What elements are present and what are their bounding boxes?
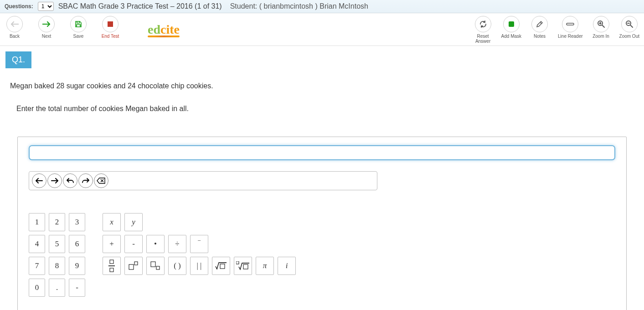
key-plus[interactable]: + xyxy=(103,235,121,253)
question-badge: Q1. xyxy=(5,51,31,68)
key-5[interactable]: 5 xyxy=(49,235,65,253)
question-selector[interactable]: 1 xyxy=(38,2,54,11)
test-title: SBAC Math Grade 3 Practice Test – 2016 (… xyxy=(58,2,222,10)
svg-rect-5 xyxy=(110,260,113,264)
key-subscript[interactable] xyxy=(146,257,165,275)
fraction-icon xyxy=(108,259,116,272)
end-test-button[interactable]: End Test xyxy=(100,16,120,39)
key-sqrt[interactable] xyxy=(212,257,230,275)
svg-rect-14 xyxy=(243,264,248,269)
add-mask-button[interactable]: Add Mask xyxy=(501,16,521,39)
arrow-left-icon xyxy=(10,21,19,27)
svg-rect-13 xyxy=(236,261,239,264)
question-line-2: Enter the total number of cookies Megan … xyxy=(16,105,634,113)
arrow-right-icon xyxy=(42,21,51,27)
svg-rect-8 xyxy=(129,264,134,269)
number-keypad: 1 2 3 4 5 6 7 8 9 0 . - xyxy=(29,213,85,297)
key-minus[interactable]: - xyxy=(124,235,143,253)
exponent-icon xyxy=(129,261,139,270)
refresh-icon xyxy=(479,20,487,28)
redo-button[interactable] xyxy=(78,173,93,188)
question-body: Megan baked 28 sugar cookies and 24 choc… xyxy=(0,68,644,137)
key-nroot[interactable] xyxy=(234,257,252,275)
sqrt-icon xyxy=(215,262,227,270)
key-8[interactable]: 8 xyxy=(49,257,65,275)
svg-rect-9 xyxy=(134,262,138,265)
backspace-icon xyxy=(97,178,106,184)
key-7[interactable]: 7 xyxy=(29,257,45,275)
svg-rect-11 xyxy=(156,266,160,269)
arrow-right-icon xyxy=(51,178,58,183)
undo-icon xyxy=(67,178,74,184)
back-button[interactable]: Back xyxy=(5,16,25,39)
line-reader-icon xyxy=(566,22,574,26)
questions-label: Questions: xyxy=(5,3,33,10)
reset-answer-label: ResetAnswer xyxy=(475,34,490,44)
subscript-icon xyxy=(150,261,160,270)
key-exponent[interactable] xyxy=(124,257,143,275)
save-icon xyxy=(75,20,82,28)
pencil-icon xyxy=(536,20,543,28)
key-neg[interactable]: - xyxy=(69,279,85,297)
svg-rect-7 xyxy=(110,268,113,272)
operator-keypad: x y + - • ÷ − ( ) | | xyxy=(103,213,296,275)
header-bar: Questions: 1 SBAC Math Grade 3 Practice … xyxy=(0,0,644,13)
save-button[interactable]: Save xyxy=(68,16,88,39)
key-fraction[interactable] xyxy=(103,257,121,275)
key-6[interactable]: 6 xyxy=(69,235,85,253)
notes-button[interactable]: Notes xyxy=(530,16,550,39)
stop-icon xyxy=(107,21,113,27)
edit-controls xyxy=(29,171,377,190)
mask-icon xyxy=(508,20,515,28)
answer-panel: 1 2 3 4 5 6 7 8 9 0 . - x y + - • ÷ − xyxy=(17,137,627,310)
key-paren[interactable]: ( ) xyxy=(168,257,186,275)
zoom-out-button[interactable]: Zoom Out xyxy=(619,16,639,39)
key-3[interactable]: 3 xyxy=(69,213,85,231)
svg-rect-12 xyxy=(220,264,225,269)
svg-rect-2 xyxy=(567,23,574,25)
zoom-in-icon xyxy=(597,20,605,28)
student-label: Student: ( brianbmcintosh ) Brian McInto… xyxy=(230,2,368,10)
key-abs[interactable]: | | xyxy=(190,257,208,275)
svg-rect-0 xyxy=(108,21,113,27)
svg-rect-1 xyxy=(509,21,514,27)
toolbar: Back Next Save End Test edcite xyxy=(0,13,644,46)
key-9[interactable]: 9 xyxy=(69,257,85,275)
key-y[interactable]: y xyxy=(124,213,143,231)
key-1[interactable]: 1 xyxy=(29,213,45,231)
key-x[interactable]: x xyxy=(103,213,121,231)
backspace-button[interactable] xyxy=(94,173,108,188)
logo: edcite xyxy=(148,22,180,37)
keypad-area: 1 2 3 4 5 6 7 8 9 0 . - x y + - • ÷ − xyxy=(29,213,615,297)
next-button[interactable]: Next xyxy=(36,16,57,39)
reset-answer-button[interactable]: ResetAnswer xyxy=(473,16,493,44)
key-div[interactable]: ÷ xyxy=(168,235,186,253)
cursor-left-button[interactable] xyxy=(32,173,46,188)
redo-icon xyxy=(82,178,89,184)
zoom-out-icon xyxy=(625,20,634,28)
zoom-in-button[interactable]: Zoom In xyxy=(591,16,611,39)
question-line-1: Megan baked 28 sugar cookies and 24 choc… xyxy=(10,82,634,90)
line-reader-button[interactable]: Line Reader xyxy=(558,16,582,39)
answer-input[interactable] xyxy=(29,145,615,160)
nroot-icon xyxy=(236,261,250,270)
key-4[interactable]: 4 xyxy=(29,235,45,253)
key-pi[interactable]: π xyxy=(256,257,274,275)
svg-rect-10 xyxy=(151,262,155,267)
key-i[interactable]: i xyxy=(278,257,296,275)
key-2[interactable]: 2 xyxy=(49,213,65,231)
key-dot[interactable]: . xyxy=(49,279,65,297)
key-0[interactable]: 0 xyxy=(29,279,45,297)
key-mult[interactable]: • xyxy=(146,235,165,253)
key-sup-minus[interactable]: − xyxy=(190,235,208,253)
cursor-right-button[interactable] xyxy=(47,173,62,188)
undo-button[interactable] xyxy=(63,173,77,188)
arrow-left-icon xyxy=(36,178,43,183)
